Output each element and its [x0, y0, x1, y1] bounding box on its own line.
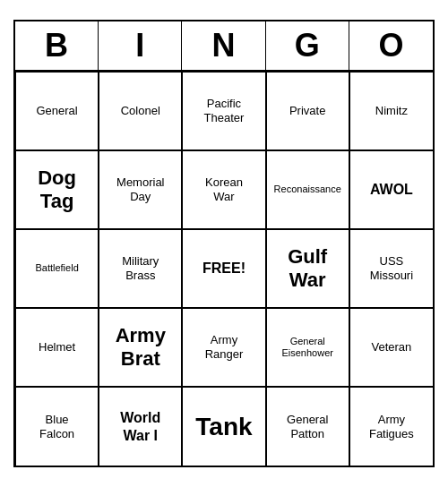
bingo-letter: O: [349, 21, 433, 70]
cell-content: Military Brass: [122, 254, 159, 282]
cell-content: Army Brat: [116, 324, 166, 372]
bingo-cell: Dog Tag: [15, 150, 99, 229]
bingo-cell: Colonel: [99, 72, 182, 150]
bingo-cell: Army Ranger: [182, 308, 265, 387]
bingo-cell: Reconaissance: [266, 150, 349, 229]
bingo-cell: FREE!: [182, 229, 265, 308]
cell-content: Nimitz: [375, 104, 408, 118]
cell-content: World War I: [120, 409, 160, 443]
cell-content: AWOL: [370, 181, 413, 198]
bingo-cell: General: [15, 72, 99, 150]
bingo-cell: World War I: [99, 387, 182, 466]
bingo-grid: GeneralColonelPacific TheaterPrivateNimi…: [15, 72, 433, 466]
bingo-cell: AWOL: [349, 150, 433, 229]
cell-content: Tank: [195, 412, 252, 442]
bingo-cell: Helmet: [15, 308, 99, 387]
cell-content: Helmet: [39, 340, 75, 355]
cell-content: FREE!: [202, 260, 246, 277]
cell-content: Korean War: [205, 175, 243, 203]
cell-content: General Eisenhower: [281, 336, 332, 359]
bingo-cell: General Patton: [266, 387, 349, 466]
bingo-cell: USS Missouri: [349, 229, 433, 308]
cell-content: Dog Tag: [38, 167, 76, 214]
bingo-cell: Nimitz: [349, 72, 433, 150]
cell-content: Private: [289, 104, 325, 118]
bingo-cell: Pacific Theater: [182, 72, 265, 150]
bingo-cell: Blue Falcon: [15, 387, 99, 466]
bingo-cell: Gulf War: [266, 229, 349, 308]
cell-content: Pacific Theater: [204, 97, 245, 124]
bingo-cell: Veteran: [349, 308, 433, 387]
bingo-letter: G: [266, 21, 349, 70]
cell-content: Battlefield: [35, 262, 78, 274]
cell-content: Reconaissance: [274, 184, 341, 195]
cell-content: Blue Falcon: [39, 413, 74, 440]
cell-content: Army Fatigues: [369, 413, 414, 440]
bingo-letter: B: [15, 21, 99, 70]
bingo-cell: Memorial Day: [99, 150, 182, 229]
bingo-cell: Tank: [182, 387, 265, 466]
bingo-cell: Army Fatigues: [349, 387, 433, 466]
cell-content: General Patton: [287, 413, 328, 440]
bingo-cell: Military Brass: [99, 229, 182, 308]
cell-content: Memorial Day: [116, 175, 164, 203]
bingo-cell: Private: [266, 72, 349, 150]
bingo-letter: I: [99, 21, 182, 70]
bingo-cell: Army Brat: [99, 308, 182, 387]
cell-content: Veteran: [371, 340, 411, 355]
cell-content: Gulf War: [288, 245, 327, 293]
bingo-letter: N: [182, 21, 265, 70]
bingo-cell: General Eisenhower: [266, 308, 349, 387]
cell-content: General: [36, 104, 77, 118]
cell-content: Army Ranger: [205, 333, 244, 361]
bingo-cell: Korean War: [182, 150, 265, 229]
cell-content: Colonel: [121, 104, 160, 118]
cell-content: USS Missouri: [370, 254, 413, 282]
bingo-cell: Battlefield: [15, 229, 99, 308]
bingo-card: BINGO GeneralColonelPacific TheaterPriva…: [13, 20, 435, 467]
bingo-header: BINGO: [15, 21, 433, 72]
